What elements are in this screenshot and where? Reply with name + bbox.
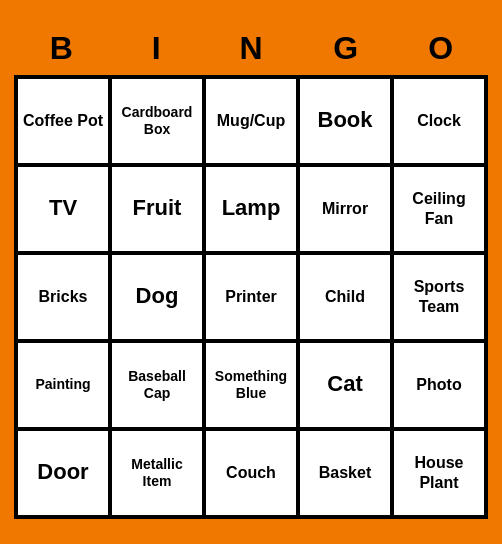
bingo-cell-16[interactable]: Baseball Cap: [110, 341, 204, 429]
bingo-cell-21[interactable]: Metallic Item: [110, 429, 204, 517]
header-letter-o: O: [393, 26, 488, 71]
bingo-cell-22[interactable]: Couch: [204, 429, 298, 517]
bingo-cell-3[interactable]: Book: [298, 77, 392, 165]
bingo-cell-24[interactable]: House Plant: [392, 429, 486, 517]
bingo-cell-9[interactable]: Ceiling Fan: [392, 165, 486, 253]
bingo-cell-6[interactable]: Fruit: [110, 165, 204, 253]
bingo-cell-8[interactable]: Mirror: [298, 165, 392, 253]
header-letter-b: B: [14, 26, 109, 71]
bingo-cell-4[interactable]: Clock: [392, 77, 486, 165]
bingo-cell-20[interactable]: Door: [16, 429, 110, 517]
bingo-cell-1[interactable]: Cardboard Box: [110, 77, 204, 165]
header-letter-i: I: [109, 26, 204, 71]
header-letter-g: G: [298, 26, 393, 71]
bingo-cell-18[interactable]: Cat: [298, 341, 392, 429]
bingo-cell-0[interactable]: Coffee Pot: [16, 77, 110, 165]
bingo-cell-2[interactable]: Mug/Cup: [204, 77, 298, 165]
bingo-header: BINGO: [14, 26, 488, 71]
bingo-cell-14[interactable]: Sports Team: [392, 253, 486, 341]
bingo-cell-19[interactable]: Photo: [392, 341, 486, 429]
bingo-cell-13[interactable]: Child: [298, 253, 392, 341]
header-letter-n: N: [204, 26, 299, 71]
bingo-cell-5[interactable]: TV: [16, 165, 110, 253]
bingo-cell-15[interactable]: Painting: [16, 341, 110, 429]
bingo-cell-10[interactable]: Bricks: [16, 253, 110, 341]
bingo-cell-11[interactable]: Dog: [110, 253, 204, 341]
bingo-cell-12[interactable]: Printer: [204, 253, 298, 341]
bingo-cell-7[interactable]: Lamp: [204, 165, 298, 253]
bingo-grid: Coffee PotCardboard BoxMug/CupBookClockT…: [14, 75, 488, 519]
bingo-cell-17[interactable]: Something Blue: [204, 341, 298, 429]
bingo-card: BINGO Coffee PotCardboard BoxMug/CupBook…: [6, 18, 496, 527]
bingo-cell-23[interactable]: Basket: [298, 429, 392, 517]
